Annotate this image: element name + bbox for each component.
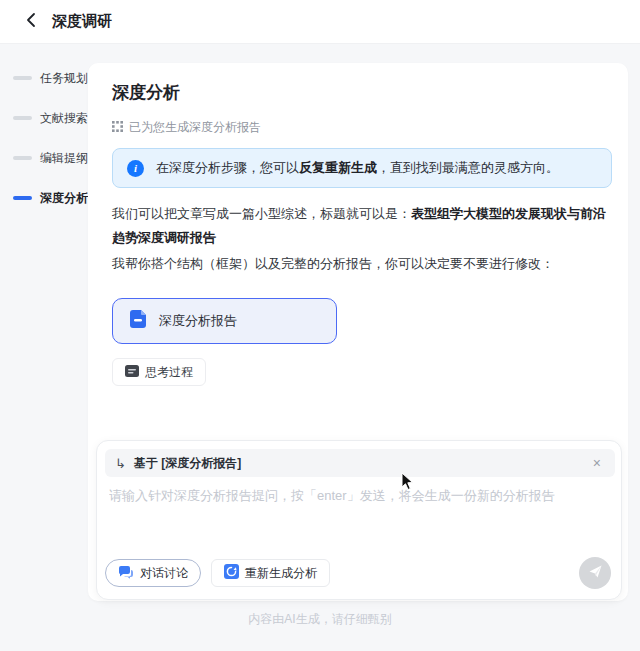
page-header-title: 深度调研	[52, 12, 112, 31]
top-bar: 深度调研	[0, 0, 640, 44]
thinking-process-button[interactable]: 思考过程	[112, 358, 206, 386]
info-text-after: ，直到找到最满意的灵感方向。	[377, 160, 559, 175]
regenerate-analysis-button[interactable]: 重新生成分析	[211, 559, 330, 587]
sidebar-item-edit-outline[interactable]: 编辑提纲	[0, 138, 88, 178]
composer-actions: 对话讨论 重新生成分析	[105, 557, 611, 589]
sidebar-item-deep-analysis[interactable]: 深度分析	[0, 178, 88, 218]
step-indicator-dash-active	[13, 196, 32, 200]
loading-grid-icon	[112, 118, 123, 136]
chevron-left-icon	[25, 12, 37, 32]
quote-reference-chip: ↳ 基于 [深度分析报告] ×	[105, 449, 615, 477]
document-icon	[127, 308, 149, 334]
regenerate-icon	[224, 564, 239, 582]
chat-bubbles-icon	[118, 565, 134, 582]
assistant-paragraph-2: 我帮你搭个结构（框架）以及完整的分析报告，你可以决定要不要进行修改：	[112, 252, 617, 276]
sidebar-item-label: 编辑提纲	[40, 150, 88, 167]
ai-disclaimer: 内容由AI生成，请仔细甄别	[0, 611, 640, 628]
regenerate-button-label: 重新生成分析	[245, 565, 317, 582]
step-indicator-dash	[13, 156, 32, 160]
assistant-paragraph-1: 我们可以把文章写成一篇小型综述，标题就可以是：表型组学大模型的发展现状与前沿趋势…	[112, 202, 617, 250]
info-text-before: 在深度分析步骤，您可以	[156, 160, 299, 175]
info-icon: i	[127, 160, 144, 177]
sidebar-item-label: 深度分析	[40, 190, 88, 207]
chat-button-label: 对话讨论	[140, 565, 188, 582]
status-text: 已为您生成深度分析报告	[129, 119, 261, 136]
step-indicator-dash	[13, 76, 32, 80]
quote-reference-label: 基于 [深度分析报告]	[134, 455, 589, 472]
paper-plane-icon	[588, 564, 603, 582]
section-title: 深度分析	[112, 81, 612, 104]
close-icon[interactable]: ×	[589, 454, 605, 472]
report-card-label: 深度分析报告	[159, 312, 237, 330]
step-indicator-dash	[13, 116, 32, 120]
notes-icon	[125, 363, 139, 381]
send-button[interactable]	[579, 557, 611, 589]
steps-sidebar: 任务规划 文献搜索 编辑提纲 深度分析	[0, 58, 88, 218]
info-banner-text: 在深度分析步骤，您可以反复重新生成，直到找到最满意的灵感方向。	[156, 159, 559, 177]
sidebar-item-literature-search[interactable]: 文献搜索	[0, 98, 88, 138]
reply-arrow-icon: ↳	[115, 456, 126, 471]
composer-input[interactable]	[109, 487, 609, 547]
sidebar-item-label: 任务规划	[40, 70, 88, 87]
generation-status: 已为您生成深度分析报告	[112, 118, 612, 136]
report-attachment-card[interactable]: 深度分析报告	[112, 298, 337, 344]
info-text-bold: 反复重新生成	[299, 160, 377, 175]
sidebar-item-label: 文献搜索	[40, 110, 88, 127]
paragraph-1-text: 我们可以把文章写成一篇小型综述，标题就可以是：	[112, 206, 411, 221]
sidebar-item-task-planning[interactable]: 任务规划	[0, 58, 88, 98]
info-banner: i 在深度分析步骤，您可以反复重新生成，直到找到最满意的灵感方向。	[112, 148, 612, 188]
chat-discuss-button[interactable]: 对话讨论	[105, 559, 201, 587]
composer: ↳ 基于 [深度分析报告] × 对话讨论 重新生成分析	[96, 440, 622, 600]
thinking-button-label: 思考过程	[145, 364, 193, 381]
back-button[interactable]	[18, 9, 44, 35]
